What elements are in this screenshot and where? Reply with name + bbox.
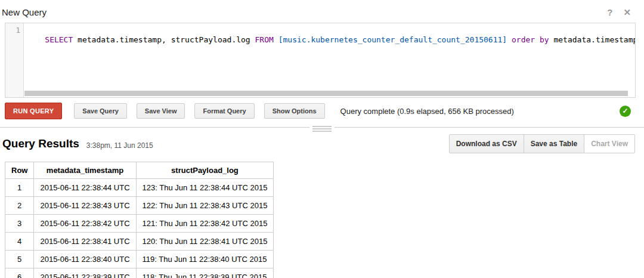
row-number-cell: 4 xyxy=(5,233,34,251)
results-actions: Download as CSV Save as Table Chart View xyxy=(450,134,635,153)
sql-token: by xyxy=(540,35,549,44)
editor-gutter: 1 xyxy=(5,23,24,97)
download-as-csv-button[interactable]: Download as CSV xyxy=(449,134,524,153)
close-icon[interactable]: ✕ xyxy=(623,8,631,17)
column-header-structpayload-log: structPayload_log xyxy=(136,162,274,179)
query-status-text: Query complete (0.9s elapsed, 656 KB pro… xyxy=(340,107,620,116)
timestamp-cell: 2015-06-11 22:38:39 UTC xyxy=(34,268,136,278)
title-bar: New Query ? ✕ xyxy=(0,0,644,20)
titlebar-icons: ? ✕ xyxy=(607,8,631,17)
run-query-button[interactable]: RUN QUERY xyxy=(5,103,62,119)
row-number-cell: 5 xyxy=(5,251,34,268)
log-cell: 122: Thu Jun 11 22:38:43 UTC 2015 xyxy=(136,197,274,215)
save-view-button[interactable]: Save View xyxy=(137,103,185,119)
timestamp-cell: 2015-06-11 22:38:42 UTC xyxy=(34,215,136,233)
table-row: 5 2015-06-11 22:38:40 UTC 119: Thu Jun 1… xyxy=(5,251,274,268)
sql-token xyxy=(274,35,278,44)
line-number: 1 xyxy=(16,26,20,35)
row-number-cell: 1 xyxy=(5,179,34,197)
sql-token: metadata.timestamp xyxy=(549,35,635,44)
table-row: 2 2015-06-11 22:38:43 UTC 122: Thu Jun 1… xyxy=(5,197,274,215)
table-row: 4 2015-06-11 22:38:41 UTC 120: Thu Jun 1… xyxy=(5,233,274,251)
row-number-cell: 3 xyxy=(5,215,34,233)
sql-token: order xyxy=(512,35,535,44)
show-options-button[interactable]: Show Options xyxy=(264,103,325,119)
timestamp-cell: 2015-06-11 22:38:40 UTC xyxy=(34,251,136,268)
results-timestamp: 3:38pm, 11 Jun 2015 xyxy=(86,141,153,150)
sql-token: [music.kubernetes_counter_default_count_… xyxy=(278,35,507,44)
results-title: Query Results xyxy=(2,137,79,150)
timestamp-cell: 2015-06-11 22:38:43 UTC xyxy=(34,197,136,215)
timestamp-cell: 2015-06-11 22:38:44 UTC xyxy=(34,179,136,197)
results-header: Query Results 3:38pm, 11 Jun 2015 Downlo… xyxy=(2,134,635,154)
save-as-table-button[interactable]: Save as Table xyxy=(524,134,585,153)
format-query-button[interactable]: Format Query xyxy=(194,103,254,119)
page-title: New Query xyxy=(2,7,47,17)
log-cell: 119: Thu Jun 11 22:38:40 UTC 2015 xyxy=(136,251,274,268)
table-row: 3 2015-06-11 22:38:42 UTC 121: Thu Jun 1… xyxy=(5,215,274,233)
results-table: Row metadata_timestamp structPayload_log… xyxy=(5,162,274,278)
table-row: 6 2015-06-11 22:38:39 UTC 118: Thu Jun 1… xyxy=(5,268,274,278)
query-editor[interactable]: 1 SELECT metadata.timestamp, structPaylo… xyxy=(5,23,636,98)
sql-code-line[interactable]: SELECT metadata.timestamp, structPayload… xyxy=(24,23,635,97)
query-toolbar: RUN QUERY Save Query Save View Format Qu… xyxy=(5,103,639,119)
log-cell: 121: Thu Jun 11 22:38:42 UTC 2015 xyxy=(136,215,274,233)
sql-token xyxy=(507,35,512,44)
save-query-button[interactable]: Save Query xyxy=(74,103,127,119)
log-cell: 120: Thu Jun 11 22:38:41 UTC 2015 xyxy=(136,233,274,251)
table-row: 1 2015-06-11 22:38:44 UTC 123: Thu Jun 1… xyxy=(5,179,274,197)
row-number-cell: 6 xyxy=(5,268,34,278)
column-header-row: Row xyxy=(5,162,34,179)
table-header-row: Row metadata_timestamp structPayload_log xyxy=(5,162,274,179)
query-success-check-icon: ✓ xyxy=(620,106,631,117)
timestamp-cell: 2015-06-11 22:38:41 UTC xyxy=(34,233,136,251)
help-icon[interactable]: ? xyxy=(607,8,612,17)
sql-token: FROM xyxy=(255,35,274,44)
editor-horizontal-scrollbar[interactable] xyxy=(24,91,628,96)
log-cell: 123: Thu Jun 11 22:38:44 UTC 2015 xyxy=(136,179,274,197)
panel-divider xyxy=(0,127,644,128)
sql-token: SELECT xyxy=(45,35,73,44)
column-header-metadata-timestamp: metadata_timestamp xyxy=(34,162,136,179)
sql-token xyxy=(535,35,540,44)
sql-token: metadata.timestamp, structPayload.log xyxy=(73,35,255,44)
chart-view-button: Chart View xyxy=(584,134,635,153)
divider-drag-handle[interactable] xyxy=(309,123,335,134)
log-cell: 118: Thu Jun 11 22:38:39 UTC 2015 xyxy=(136,268,274,278)
row-number-cell: 2 xyxy=(5,197,34,215)
